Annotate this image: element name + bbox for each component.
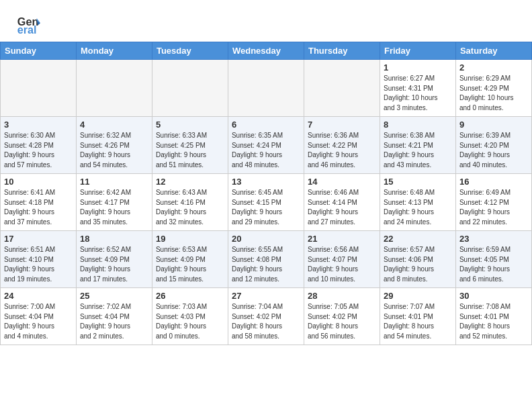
calendar-cell: 28Sunrise: 7:05 AM Sunset: 4:02 PM Dayli… [304,288,380,345]
day-number: 27 [232,291,300,301]
day-number: 17 [4,234,73,244]
calendar-cell: 22Sunrise: 6:57 AM Sunset: 4:06 PM Dayli… [380,231,456,288]
day-info: Sunrise: 7:00 AM Sunset: 4:04 PM Dayligh… [4,302,73,341]
calendar-cell: 23Sunrise: 6:59 AM Sunset: 4:05 PM Dayli… [455,231,531,288]
day-number: 26 [156,291,224,301]
calendar-cell: 19Sunrise: 6:53 AM Sunset: 4:09 PM Dayli… [152,231,228,288]
day-header-tuesday: Tuesday [152,42,228,60]
calendar-cell: 16Sunrise: 6:49 AM Sunset: 4:12 PM Dayli… [455,174,531,231]
day-number: 25 [80,291,148,301]
calendar-cell: 1Sunrise: 6:27 AM Sunset: 4:31 PM Daylig… [380,60,456,117]
day-info: Sunrise: 6:46 AM Sunset: 4:14 PM Dayligh… [308,188,376,227]
day-info: Sunrise: 7:07 AM Sunset: 4:01 PM Dayligh… [384,302,452,341]
calendar-week-row: 1Sunrise: 6:27 AM Sunset: 4:31 PM Daylig… [1,60,532,117]
day-number: 14 [308,177,376,187]
day-header-monday: Monday [76,42,152,60]
day-number: 4 [80,120,148,130]
calendar-cell [228,60,304,117]
day-number: 15 [384,177,452,187]
calendar-header-row: SundayMondayTuesdayWednesdayThursdayFrid… [1,42,532,60]
day-info: Sunrise: 6:35 AM Sunset: 4:24 PM Dayligh… [232,131,300,170]
day-info: Sunrise: 7:02 AM Sunset: 4:04 PM Dayligh… [80,302,148,341]
day-number: 21 [308,234,376,244]
day-header-thursday: Thursday [304,42,380,60]
day-number: 23 [459,234,528,244]
day-info: Sunrise: 6:57 AM Sunset: 4:06 PM Dayligh… [384,245,452,284]
calendar-cell: 26Sunrise: 7:03 AM Sunset: 4:03 PM Dayli… [152,288,228,345]
calendar-cell: 21Sunrise: 6:56 AM Sunset: 4:07 PM Dayli… [304,231,380,288]
day-info: Sunrise: 7:03 AM Sunset: 4:03 PM Dayligh… [156,302,224,341]
day-header-sunday: Sunday [1,42,77,60]
day-number: 20 [232,234,300,244]
day-info: Sunrise: 6:29 AM Sunset: 4:29 PM Dayligh… [459,74,528,113]
day-number: 16 [459,177,528,187]
calendar-cell: 13Sunrise: 6:45 AM Sunset: 4:15 PM Dayli… [228,174,304,231]
page-header: Gen eral [0,0,532,42]
calendar-cell: 29Sunrise: 7:07 AM Sunset: 4:01 PM Dayli… [380,288,456,345]
calendar-cell [76,60,152,117]
calendar-week-row: 10Sunrise: 6:41 AM Sunset: 4:18 PM Dayli… [1,174,532,231]
calendar-cell: 20Sunrise: 6:55 AM Sunset: 4:08 PM Dayli… [228,231,304,288]
day-number: 2 [459,62,528,73]
calendar-cell: 5Sunrise: 6:33 AM Sunset: 4:25 PM Daylig… [152,117,228,174]
calendar-cell: 3Sunrise: 6:30 AM Sunset: 4:28 PM Daylig… [1,117,77,174]
calendar-week-row: 24Sunrise: 7:00 AM Sunset: 4:04 PM Dayli… [1,288,532,345]
calendar-week-row: 17Sunrise: 6:51 AM Sunset: 4:10 PM Dayli… [1,231,532,288]
day-number: 30 [459,291,528,301]
day-number: 7 [308,120,376,130]
day-number: 19 [156,234,224,244]
day-info: Sunrise: 6:59 AM Sunset: 4:05 PM Dayligh… [459,245,528,284]
calendar-cell [1,60,77,117]
day-info: Sunrise: 7:04 AM Sunset: 4:02 PM Dayligh… [232,302,300,341]
day-info: Sunrise: 6:38 AM Sunset: 4:21 PM Dayligh… [384,131,452,170]
day-info: Sunrise: 6:45 AM Sunset: 4:15 PM Dayligh… [232,188,300,227]
day-number: 9 [459,120,528,130]
calendar-cell [152,60,228,117]
day-info: Sunrise: 7:05 AM Sunset: 4:02 PM Dayligh… [308,302,376,341]
calendar-cell: 12Sunrise: 6:43 AM Sunset: 4:16 PM Dayli… [152,174,228,231]
day-info: Sunrise: 6:42 AM Sunset: 4:17 PM Dayligh… [80,188,148,227]
day-number: 3 [4,120,73,130]
day-info: Sunrise: 6:53 AM Sunset: 4:09 PM Dayligh… [156,245,224,284]
day-info: Sunrise: 6:33 AM Sunset: 4:25 PM Dayligh… [156,131,224,170]
calendar-cell: 17Sunrise: 6:51 AM Sunset: 4:10 PM Dayli… [1,231,77,288]
calendar-cell: 14Sunrise: 6:46 AM Sunset: 4:14 PM Dayli… [304,174,380,231]
calendar-cell: 25Sunrise: 7:02 AM Sunset: 4:04 PM Dayli… [76,288,152,345]
day-header-saturday: Saturday [455,42,531,60]
day-number: 8 [384,120,452,130]
day-info: Sunrise: 6:36 AM Sunset: 4:22 PM Dayligh… [308,131,376,170]
calendar-table: SundayMondayTuesdayWednesdayThursdayFrid… [0,42,532,345]
day-info: Sunrise: 6:41 AM Sunset: 4:18 PM Dayligh… [4,188,73,227]
day-header-wednesday: Wednesday [228,42,304,60]
day-info: Sunrise: 6:52 AM Sunset: 4:09 PM Dayligh… [80,245,148,284]
calendar-cell: 10Sunrise: 6:41 AM Sunset: 4:18 PM Dayli… [1,174,77,231]
calendar-cell [304,60,380,117]
calendar-cell: 7Sunrise: 6:36 AM Sunset: 4:22 PM Daylig… [304,117,380,174]
day-number: 22 [384,234,452,244]
calendar-cell: 2Sunrise: 6:29 AM Sunset: 4:29 PM Daylig… [455,60,531,117]
svg-text:eral: eral [17,24,37,36]
day-info: Sunrise: 6:39 AM Sunset: 4:20 PM Dayligh… [459,131,528,170]
day-info: Sunrise: 7:08 AM Sunset: 4:01 PM Dayligh… [459,302,528,341]
day-info: Sunrise: 6:27 AM Sunset: 4:31 PM Dayligh… [384,74,452,113]
day-number: 29 [384,291,452,301]
day-number: 11 [80,177,148,187]
day-info: Sunrise: 6:43 AM Sunset: 4:16 PM Dayligh… [156,188,224,227]
calendar-cell: 6Sunrise: 6:35 AM Sunset: 4:24 PM Daylig… [228,117,304,174]
calendar-cell: 27Sunrise: 7:04 AM Sunset: 4:02 PM Dayli… [228,288,304,345]
day-info: Sunrise: 6:56 AM Sunset: 4:07 PM Dayligh… [308,245,376,284]
day-number: 5 [156,120,224,130]
day-number: 10 [4,177,73,187]
day-info: Sunrise: 6:51 AM Sunset: 4:10 PM Dayligh… [4,245,73,284]
day-number: 6 [232,120,300,130]
calendar-cell: 15Sunrise: 6:48 AM Sunset: 4:13 PM Dayli… [380,174,456,231]
logo-icon: Gen eral [16,12,40,36]
day-number: 28 [308,291,376,301]
logo: Gen eral [16,12,44,36]
calendar-cell: 4Sunrise: 6:32 AM Sunset: 4:26 PM Daylig… [76,117,152,174]
day-info: Sunrise: 6:55 AM Sunset: 4:08 PM Dayligh… [232,245,300,284]
calendar-cell: 30Sunrise: 7:08 AM Sunset: 4:01 PM Dayli… [455,288,531,345]
calendar-cell: 8Sunrise: 6:38 AM Sunset: 4:21 PM Daylig… [380,117,456,174]
day-number: 24 [4,291,73,301]
calendar-cell: 9Sunrise: 6:39 AM Sunset: 4:20 PM Daylig… [455,117,531,174]
